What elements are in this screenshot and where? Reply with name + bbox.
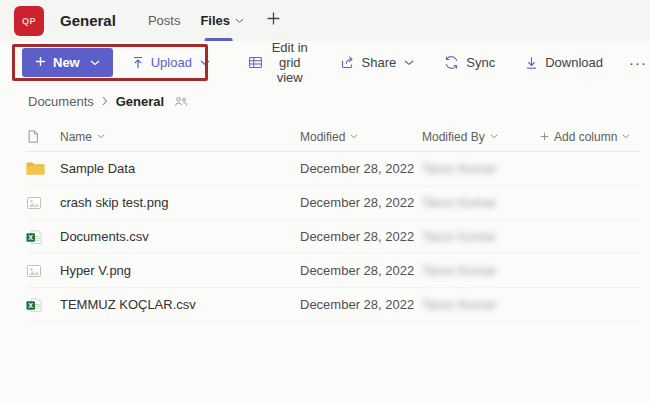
file-modified-by: Tarun Kumar bbox=[422, 195, 540, 210]
table-row[interactable]: Hyper V.png December 28, 2022 Tarun Kuma… bbox=[26, 254, 640, 288]
column-header-modified-label: Modified bbox=[300, 130, 345, 144]
file-name[interactable]: crash skip test.png bbox=[60, 195, 300, 210]
sync-icon bbox=[444, 55, 459, 70]
tab-files-label: Files bbox=[200, 13, 230, 28]
table-row[interactable]: crash skip test.png December 28, 2022 Ta… bbox=[26, 186, 640, 220]
sync-button[interactable]: Sync bbox=[441, 48, 498, 77]
file-modified-date: December 28, 2022 bbox=[300, 229, 422, 244]
file-modified-date: December 28, 2022 bbox=[300, 195, 422, 210]
chevron-down-icon bbox=[404, 60, 414, 66]
plus-icon bbox=[266, 11, 281, 30]
table-header-row: Name Modified Modified By Add column bbox=[26, 122, 640, 152]
column-header-name[interactable]: Name bbox=[60, 130, 300, 144]
svg-text:X: X bbox=[28, 301, 33, 309]
edit-grid-view-label: Edit in grid view bbox=[270, 40, 310, 85]
breadcrumb-documents[interactable]: Documents bbox=[28, 94, 94, 109]
file-modified-date: December 28, 2022 bbox=[300, 263, 422, 278]
plus-icon bbox=[540, 132, 549, 141]
tab-files[interactable]: Files bbox=[190, 0, 254, 41]
file-modified-date: December 28, 2022 bbox=[300, 161, 422, 176]
files-toolbar: New Upload Edit in grid view Share bbox=[0, 41, 650, 84]
file-modified-by: Tarun Kumar bbox=[422, 229, 540, 244]
plus-icon bbox=[35, 55, 46, 70]
tab-posts-label: Posts bbox=[148, 13, 181, 28]
share-icon bbox=[340, 55, 355, 70]
file-modified-by: Tarun Kumar bbox=[422, 263, 540, 278]
new-button-label: New bbox=[53, 55, 80, 70]
file-name[interactable]: Sample Data bbox=[60, 161, 300, 176]
upload-button[interactable]: Upload bbox=[129, 48, 213, 77]
breadcrumb: Documents General bbox=[0, 84, 650, 118]
files-table: Name Modified Modified By Add column Sam… bbox=[0, 122, 650, 322]
image-file-icon bbox=[26, 263, 60, 279]
tab-posts[interactable]: Posts bbox=[138, 0, 191, 41]
chevron-down-icon bbox=[97, 134, 105, 139]
file-name[interactable]: Documents.csv bbox=[60, 229, 300, 244]
image-file-icon bbox=[26, 195, 60, 211]
column-header-modified[interactable]: Modified bbox=[300, 130, 422, 144]
grid-icon bbox=[248, 55, 263, 70]
table-body: Sample Data December 28, 2022 Tarun Kuma… bbox=[26, 152, 640, 322]
table-row[interactable]: Sample Data December 28, 2022 Tarun Kuma… bbox=[26, 152, 640, 186]
shared-people-icon[interactable] bbox=[174, 96, 188, 107]
table-row[interactable]: X Documents.csv December 28, 2022 Tarun … bbox=[26, 220, 640, 254]
download-icon bbox=[525, 56, 538, 70]
upload-button-label: Upload bbox=[151, 55, 192, 70]
table-row[interactable]: X TEMMUZ KOÇLAR.csv December 28, 2022 Ta… bbox=[26, 288, 640, 322]
file-name[interactable]: TEMMUZ KOÇLAR.csv bbox=[60, 297, 300, 312]
file-modified-by: Tarun Kumar bbox=[422, 161, 540, 176]
new-button[interactable]: New bbox=[22, 48, 113, 77]
channel-title: General bbox=[60, 12, 116, 29]
channel-tabs: Posts Files bbox=[138, 0, 285, 41]
add-column-label: Add column bbox=[554, 130, 617, 144]
share-button[interactable]: Share bbox=[337, 48, 418, 77]
channel-header: QP General Posts Files bbox=[0, 0, 650, 41]
file-name[interactable]: Hyper V.png bbox=[60, 263, 300, 278]
chevron-down-icon bbox=[622, 134, 630, 139]
folder-icon bbox=[26, 161, 60, 176]
excel-file-icon: X bbox=[26, 297, 60, 313]
chevron-down-icon bbox=[490, 134, 498, 139]
channel-avatar[interactable]: QP bbox=[14, 6, 44, 36]
share-button-label: Share bbox=[362, 55, 397, 70]
download-button-label: Download bbox=[545, 55, 603, 70]
more-options-button[interactable]: ··· bbox=[626, 48, 650, 77]
svg-text:X: X bbox=[28, 233, 33, 241]
chevron-down-icon bbox=[90, 60, 100, 66]
column-header-modified-by-label: Modified By bbox=[422, 130, 485, 144]
edit-grid-view-button[interactable]: Edit in grid view bbox=[245, 48, 313, 77]
file-modified-date: December 28, 2022 bbox=[300, 297, 422, 312]
chevron-down-icon bbox=[235, 18, 244, 24]
teams-files-window: QP General Posts Files bbox=[0, 0, 650, 403]
chevron-down-icon bbox=[350, 134, 358, 139]
add-column-button[interactable]: Add column bbox=[540, 130, 640, 144]
chevron-right-icon bbox=[102, 96, 108, 106]
upload-icon bbox=[132, 56, 144, 70]
add-tab-button[interactable] bbox=[262, 7, 285, 34]
file-type-column-icon[interactable] bbox=[26, 129, 60, 144]
column-header-name-label: Name bbox=[60, 130, 92, 144]
file-modified-by: Tarun Kumar bbox=[422, 297, 540, 312]
chevron-down-icon bbox=[200, 60, 210, 66]
sync-button-label: Sync bbox=[466, 55, 495, 70]
column-header-modified-by[interactable]: Modified By bbox=[422, 130, 540, 144]
excel-file-icon: X bbox=[26, 229, 60, 245]
breadcrumb-general[interactable]: General bbox=[116, 94, 164, 109]
download-button[interactable]: Download bbox=[522, 48, 606, 77]
